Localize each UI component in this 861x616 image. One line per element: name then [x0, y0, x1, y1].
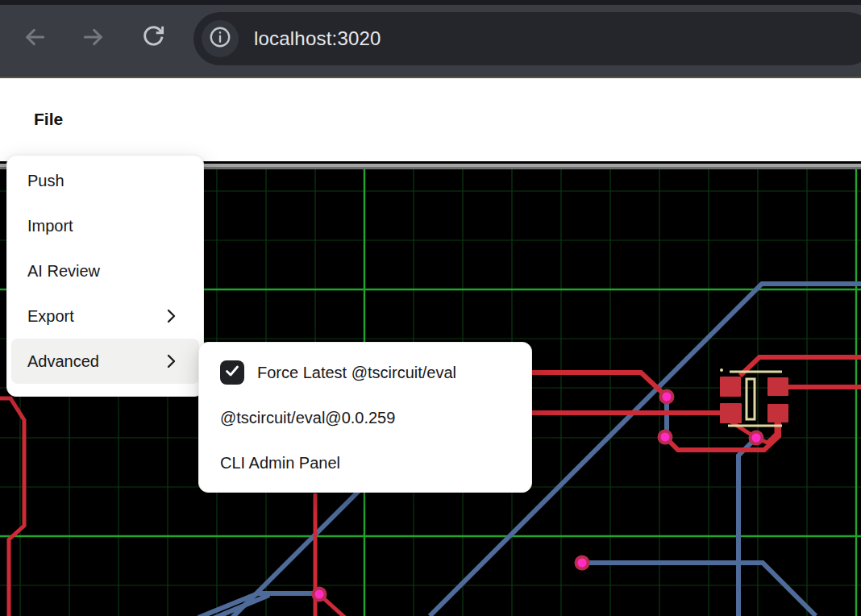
- site-info-button[interactable]: [202, 20, 239, 57]
- reload-button[interactable]: [140, 26, 166, 52]
- submenu-item-label: Force Latest @tscircuit/eval: [257, 364, 456, 382]
- menu-item-ai-review[interactable]: AI Review: [11, 248, 199, 293]
- checkbox-checked[interactable]: [220, 360, 244, 385]
- submenu-item-eval-version[interactable]: @tscircuit/eval@0.0.259: [199, 395, 531, 440]
- menu-item-advanced[interactable]: Advanced: [11, 339, 199, 384]
- menu-item-label: Export: [27, 307, 74, 326]
- menu-item-label: Push: [27, 172, 64, 190]
- menu-item-push[interactable]: Push: [11, 158, 199, 203]
- reload-icon: [140, 24, 166, 53]
- window-top-strip: [0, 0, 861, 5]
- forward-arrow-icon: [81, 24, 106, 53]
- forward-button[interactable]: [81, 26, 106, 52]
- info-icon: [208, 25, 232, 52]
- url-text[interactable]: localhost:3020: [254, 12, 381, 65]
- menu-item-label: Import: [27, 217, 73, 235]
- browser-window: localhost:3020 File: [0, 0, 861, 616]
- back-button[interactable]: [22, 26, 48, 52]
- submenu-item-label: @tscircuit/eval@0.0.259: [220, 409, 395, 427]
- back-arrow-icon: [22, 24, 48, 53]
- advanced-submenu: Force Latest @tscircuit/eval @tscircuit/…: [198, 342, 532, 493]
- file-dropdown-menu: Push Import AI Review Export Advanced: [6, 155, 204, 397]
- submenu-item-label: CLI Admin Panel: [220, 454, 340, 472]
- check-icon: [223, 361, 242, 385]
- menu-item-export[interactable]: Export: [11, 293, 199, 339]
- page-background: [0, 78, 861, 161]
- chevron-right-icon: [165, 307, 177, 325]
- menu-item-import[interactable]: Import: [11, 203, 199, 248]
- menu-item-label: Advanced: [27, 352, 99, 371]
- chevron-right-icon: [165, 352, 177, 370]
- file-menu-trigger[interactable]: File: [34, 110, 63, 129]
- submenu-item-cli-admin-panel[interactable]: CLI Admin Panel: [199, 440, 531, 485]
- menu-item-label: AI Review: [27, 262, 100, 281]
- submenu-item-force-latest[interactable]: Force Latest @tscircuit/eval: [199, 350, 531, 395]
- browser-toolbar: localhost:3020: [0, 0, 861, 78]
